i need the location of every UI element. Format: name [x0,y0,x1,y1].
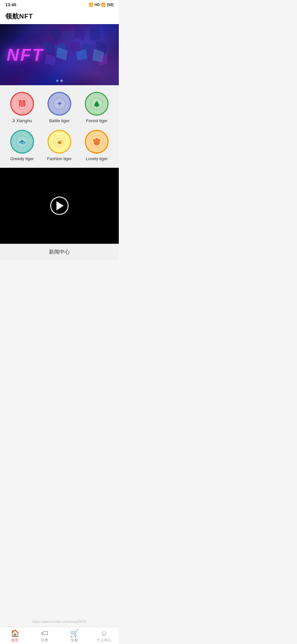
dot-1[interactable] [56,80,58,82]
play-button[interactable] [50,197,69,215]
grid-item-fashion-tiger[interactable]: 🐱 Fashion tiger [43,130,76,161]
grid-row-1: 囍 Ji Xianghu ✦ Battle tiger 🌲 Forest ti [3,92,116,123]
page-title: 领航NFT [5,12,114,21]
svg-text:🐱: 🐱 [56,139,62,145]
greedy-tiger-label: Greedy tiger [10,156,34,161]
svg-marker-9 [56,47,68,60]
fashion-tiger-label: Fashion tiger [47,156,72,161]
battle-tiger-label: Battle tiger [49,118,70,123]
svg-point-29 [98,139,100,142]
banner-nft-text: NFT [7,45,44,65]
fashion-svg: 🐱 [53,135,66,148]
banner-dots [56,80,63,82]
grid-row-2: 🐟 Greedy tiger 🐱 Fashion tiger [3,130,116,161]
svg-text:🌲: 🌲 [93,100,101,108]
bottom-spacer [0,260,119,287]
battle-svg: ✦ [53,97,66,110]
svg-marker-0 [50,27,63,42]
svg-text:囍: 囍 [18,99,26,108]
status-bar: 13:40 📶 HD 📶 [59] [0,0,119,9]
ji-svg: 囍 [16,97,29,110]
forest-svg: 🌲 [90,97,103,110]
grid-item-forest-tiger[interactable]: 🌲 Forest tiger [80,92,113,123]
status-time: 13:40 [5,2,16,7]
header: 领航NFT [0,9,119,24]
fashion-tiger-icon: 🐱 [48,130,71,154]
svg-text:🐟: 🐟 [18,138,26,146]
crystal-decoration [43,27,109,67]
wifi-icon: 📶 [89,3,93,7]
lovely-svg [90,135,103,148]
svg-marker-2 [74,27,86,41]
play-icon [56,201,64,210]
dot-2[interactable] [60,80,63,82]
svg-marker-3 [89,27,101,41]
grid-section: 囍 Ji Xianghu ✦ Battle tiger 🌲 Forest ti [0,85,119,168]
grid-item-ji-xianghu[interactable]: 囍 Ji Xianghu [6,92,39,123]
svg-marker-6 [69,41,81,52]
hd-label: HD [95,3,100,7]
grid-item-battle-tiger[interactable]: ✦ Battle tiger [43,92,76,123]
svg-point-27 [93,139,96,142]
news-title: 新闻中心 [0,249,119,256]
greedy-tiger-icon: 🐟 [10,130,34,154]
lovely-tiger-label: Lovely tiger [86,156,108,161]
svg-point-28 [95,138,98,141]
status-icons: 📶 HD 📶 [59] [89,3,114,7]
lovely-tiger-icon [85,130,109,154]
svg-marker-4 [43,41,53,54]
svg-marker-1 [61,29,73,42]
svg-marker-12 [45,54,56,65]
video-section[interactable] [0,168,119,244]
svg-text:✦: ✦ [56,100,62,107]
news-section: 新闻中心 [0,244,119,260]
ji-xianghu-label: Ji Xianghu [12,118,32,123]
signal-icon: 📶 [101,3,106,7]
greedy-svg: 🐟 [16,135,29,148]
grid-item-lovely-tiger[interactable]: Lovely tiger [80,130,113,161]
ji-xianghu-icon: 囍 [10,92,34,116]
battery-label: [59] [107,3,114,7]
battle-tiger-icon: ✦ [48,92,71,116]
forest-tiger-label: Forest tiger [86,118,108,123]
banner[interactable]: NFT [0,24,119,85]
forest-tiger-icon: 🌲 [85,92,109,116]
grid-item-greedy-tiger[interactable]: 🐟 Greedy tiger [6,130,39,161]
